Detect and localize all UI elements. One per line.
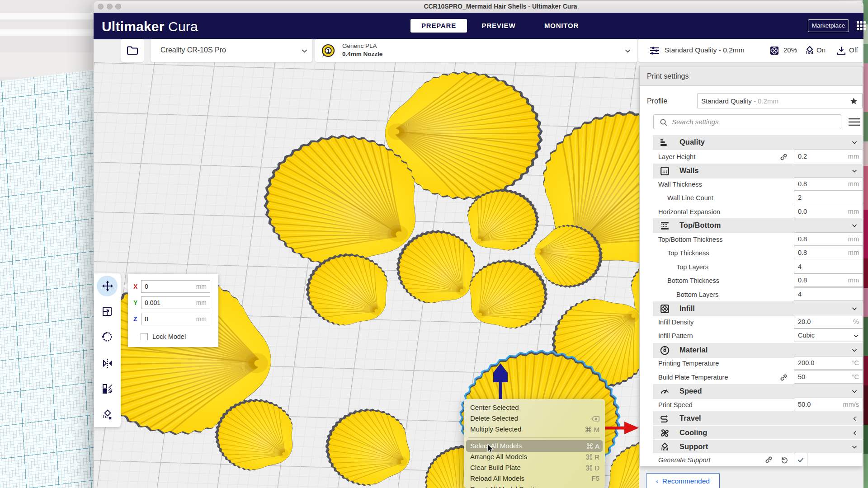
svg-text:1: 1 <box>327 48 330 54</box>
